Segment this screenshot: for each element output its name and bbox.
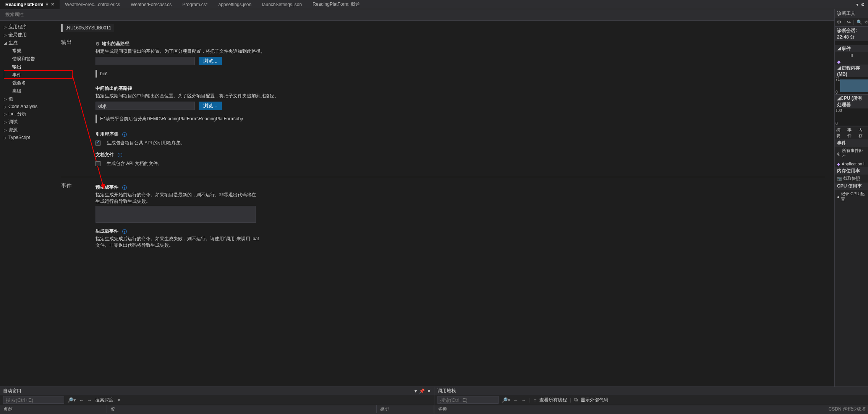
callstack-search-input[interactable] xyxy=(437,396,499,404)
tree-build-events[interactable]: 事件 xyxy=(1,71,60,79)
col-name[interactable]: 名称 xyxy=(434,405,868,413)
memory-chart: 71 0 xyxy=(835,77,868,95)
close-icon[interactable]: ✕ xyxy=(427,388,431,394)
external-code-icon[interactable]: ⧉ xyxy=(574,397,578,403)
nav-forward-icon[interactable]: → xyxy=(521,397,526,403)
group-pre-build-event: 预生成事件i 指定生成开始前运行的命令。如果项目是最新的，则不运行。非零退出代码… xyxy=(96,184,825,223)
close-icon[interactable]: ✕ xyxy=(51,2,54,7)
tab-label: Program.cs* xyxy=(182,2,207,7)
info-icon[interactable]: i xyxy=(122,185,127,190)
tree-lint[interactable]: ▷Lint 分析 xyxy=(1,110,60,118)
tab-weathercontroller[interactable]: WeatherForec...ontroller.cs xyxy=(60,0,125,9)
group-intermediate-output-path: 中间输出的基路径 指定生成期间项目的中间输出的基位置。为了区分项目配置，将把子文… xyxy=(96,85,825,126)
group-post-build-event: 生成后事件i 指定生成完成后运行的命令。如果生成失败，则不运行。请使用"调用"来… xyxy=(96,228,825,249)
diag-snapshot[interactable]: 📷截取快照 xyxy=(835,175,868,183)
tab-launchsettings[interactable]: launchSettings.json xyxy=(257,0,307,9)
tab-overview[interactable]: ReadingPlatForm: 概述 xyxy=(307,0,365,9)
threads-icon[interactable]: ≡ xyxy=(534,397,537,403)
pin-icon[interactable]: 📌 xyxy=(419,388,425,394)
callstack-window: 调用堆栈 🔎▾ ← → | ≡ 查看所有线程 | ⧉ 显示外部代码 名称 xyxy=(434,387,868,414)
diagnostic-tools-panel: 诊断工具 ⚙ | ↪ | 🔍 ⟲ 诊断会话: 22:48 分 ◢事件 ⏸ ◆ ◢… xyxy=(834,9,868,387)
pin-icon[interactable]: ⚲ xyxy=(45,2,49,7)
nav-back-icon[interactable]: ← xyxy=(513,397,518,403)
tab-program[interactable]: Program.cs* xyxy=(177,0,213,9)
diag-cpu-header[interactable]: ◢CPU (所有处理器 xyxy=(835,95,868,108)
diag-tab-summary[interactable]: 摘要 xyxy=(835,126,846,139)
tree-package[interactable]: ▷包 xyxy=(1,95,60,103)
autos-search-input[interactable] xyxy=(3,396,64,404)
tree-debug[interactable]: ▷调试 xyxy=(1,118,60,126)
col-value[interactable]: 值 xyxy=(107,405,377,413)
dropdown-icon[interactable]: ▾ xyxy=(856,2,858,7)
col-type[interactable]: 类型 xyxy=(377,405,434,413)
tree-typescript[interactable]: ▷TypeScript xyxy=(1,134,60,141)
nav-forward-icon[interactable]: → xyxy=(87,397,92,403)
search-icon[interactable]: 🔎▾ xyxy=(67,397,76,403)
browse-button[interactable]: 浏览... xyxy=(199,102,222,110)
diag-events-header[interactable]: ◢事件 xyxy=(835,45,868,52)
section-output-title: 输出 xyxy=(61,35,96,46)
intermediate-output-path-input[interactable] xyxy=(96,102,195,110)
diag-application-insights[interactable]: ◆Application I xyxy=(835,160,868,167)
tree-build[interactable]: ◢生成 xyxy=(1,39,60,47)
tree-app[interactable]: ▷应用程序 xyxy=(1,23,60,31)
tab-label: appsettings.json xyxy=(218,2,251,7)
watermark: CSDN @积沙成塔 xyxy=(828,406,866,412)
pre-build-event-input[interactable] xyxy=(96,206,256,223)
dropdown-icon[interactable]: ▾ xyxy=(415,388,417,394)
tab-label: WeatherForecast.cs xyxy=(131,2,172,7)
group-base-output-path: ⚙输出的基路径 指定生成期间项目输出的基位置。为了区分项目配置，将把子文件夹追加… xyxy=(96,40,825,80)
tree-global[interactable]: ▷全局使用 xyxy=(1,31,60,39)
diag-tab-events[interactable]: 事件 xyxy=(846,126,857,139)
search-properties[interactable]: 搜索属性 xyxy=(0,9,834,21)
tab-appsettings[interactable]: appsettings.json xyxy=(213,0,257,9)
zoom-icon[interactable]: 🔍 xyxy=(857,19,862,25)
diag-tabs: 摘要 事件 内存 xyxy=(835,126,868,139)
browse-button[interactable]: 浏览... xyxy=(199,57,222,65)
nav-back-icon[interactable]: ← xyxy=(79,397,84,403)
gear-icon[interactable]: ⚙ xyxy=(861,2,865,7)
tab-label: WeatherForec...ontroller.cs xyxy=(65,2,120,7)
tree-build-output[interactable]: 输出 xyxy=(1,63,60,71)
diag-session: 诊断会话: 22:48 分 xyxy=(835,27,868,41)
info-icon[interactable]: i xyxy=(122,229,127,234)
gear-icon[interactable]: ⚙ xyxy=(837,19,841,25)
pause-icon[interactable]: ⏸ xyxy=(849,53,854,58)
info-icon[interactable]: i xyxy=(122,132,127,137)
exit-icon[interactable]: ↪ xyxy=(847,19,851,25)
tree-build-advanced[interactable]: 高级 xyxy=(1,87,60,95)
diag-memory-header[interactable]: ◢进程内存 (MB) xyxy=(835,65,868,77)
bulb-icon: ◆ xyxy=(835,59,868,65)
callstack-headers: 名称 xyxy=(434,405,868,413)
reference-assembly-checkbox[interactable] xyxy=(96,141,100,146)
diag-tab-memory[interactable]: 内存 xyxy=(857,126,868,139)
tab-label: ReadingPlatForm: 概述 xyxy=(313,1,360,8)
tab-weatherforecast[interactable]: WeatherForecast.cs xyxy=(125,0,177,9)
diag-record-cpu[interactable]: ●记录 CPU 配置 xyxy=(835,190,868,204)
info-icon[interactable]: i xyxy=(118,153,122,157)
depth-dropdown[interactable]: ▾ xyxy=(118,397,120,403)
section-events-title: 事件 xyxy=(61,179,96,189)
editor-tabs: ReadingPlatForm ⚲ ✕ WeatherForec...ontro… xyxy=(0,0,868,9)
documentation-file-checkbox[interactable] xyxy=(96,161,100,166)
tree-build-errors[interactable]: 错误和警告 xyxy=(1,55,60,63)
tab-readingplatform[interactable]: ReadingPlatForm ⚲ ✕ xyxy=(0,0,60,9)
view-all-threads[interactable]: 查看所有线程 xyxy=(539,397,567,403)
intermediate-output-path-value: F:\读书平台前后台分离DEMO\ReadingPlatForm\Reading… xyxy=(96,115,246,123)
tab-label: ReadingPlatForm xyxy=(5,2,43,7)
diag-title: 诊断工具 xyxy=(835,9,868,18)
tab-label: launchSettings.json xyxy=(262,2,302,7)
tree-build-strongname[interactable]: 强命名 xyxy=(1,79,60,87)
base-output-path-value: bin\ xyxy=(96,70,110,78)
tree-build-general[interactable]: 常规 xyxy=(1,47,60,55)
col-name[interactable]: 名称 xyxy=(0,405,107,413)
tree-resources[interactable]: ▷资源 xyxy=(1,126,60,134)
diag-all-events[interactable]: ◎所有事件(0 个 xyxy=(835,147,868,160)
diag-events-section: 事件 xyxy=(835,139,868,147)
autos-headers: 名称 值 类型 xyxy=(0,405,434,413)
show-external-code[interactable]: 显示外部代码 xyxy=(581,397,608,403)
base-output-path-input[interactable] xyxy=(96,57,195,65)
reset-zoom-icon[interactable]: ⟲ xyxy=(865,19,868,25)
search-icon[interactable]: 🔎▾ xyxy=(502,397,510,403)
tree-codeanalysis[interactable]: ▷Code Analysis xyxy=(1,103,60,110)
